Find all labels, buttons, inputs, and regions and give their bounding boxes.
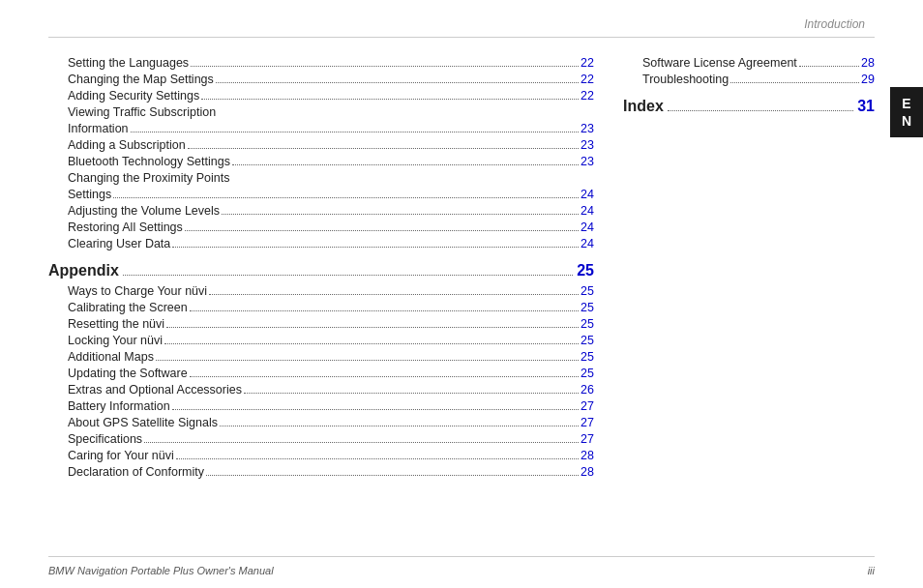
toc-text: Bluetooth Technology Settings <box>68 155 230 168</box>
list-item: Adding a Subscription 23 <box>48 138 594 152</box>
toc-text: Restoring All Settings <box>68 220 183 234</box>
en-tab-e: E <box>902 96 910 111</box>
toc-page[interactable]: 29 <box>861 73 875 86</box>
toc-page[interactable]: 25 <box>581 350 594 364</box>
toc-dots <box>201 99 579 100</box>
toc-page[interactable]: 23 <box>581 122 594 135</box>
top-rule <box>48 37 875 38</box>
section-dots <box>668 110 853 111</box>
en-tab-n: N <box>902 113 911 129</box>
toc-dots <box>156 360 579 361</box>
toc-dots <box>216 82 579 83</box>
list-item: Clearing User Data 24 <box>48 237 594 250</box>
toc-page[interactable]: 24 <box>581 204 594 218</box>
toc-dots <box>206 475 579 476</box>
toc-page[interactable]: 25 <box>581 301 594 314</box>
page: Introduction E N Setting the Languages 2… <box>0 0 923 588</box>
header-title: Introduction <box>804 17 865 31</box>
toc-text: Changing the Proximity Points <box>68 171 229 185</box>
toc-page[interactable]: 25 <box>581 317 594 331</box>
toc-page[interactable]: 25 <box>581 334 594 347</box>
toc-text: Additional Maps <box>68 350 154 364</box>
list-item: Updating the Software 25 <box>48 367 594 380</box>
toc-page[interactable]: 28 <box>581 465 594 479</box>
list-item: Changing the Proximity Points <box>48 171 594 185</box>
toc-text: Troubleshooting <box>642 73 729 86</box>
toc-text: About GPS Satellite Signals <box>68 416 218 429</box>
toc-text: Adding Security Settings <box>68 89 199 103</box>
toc-page[interactable]: 24 <box>581 188 594 201</box>
toc-text: Calibrating the Screen <box>68 301 188 314</box>
toc-text: Changing the Map Settings <box>68 73 214 86</box>
toc-page[interactable]: 26 <box>581 383 594 397</box>
toc-dots <box>166 327 579 328</box>
toc-dots <box>190 376 579 377</box>
toc-text: Battery Information <box>68 399 170 413</box>
footer-manual-title: BMW Navigation Portable Plus Owner's Man… <box>48 565 274 576</box>
list-item: About GPS Satellite Signals 27 <box>48 416 594 429</box>
toc-page[interactable]: 25 <box>581 284 594 298</box>
toc-page[interactable]: 23 <box>581 155 594 168</box>
toc-dots <box>131 132 580 132</box>
toc-text: Locking Your nüvi <box>68 334 163 347</box>
toc-page[interactable]: 25 <box>581 367 594 380</box>
toc-dots <box>185 230 579 231</box>
toc-page[interactable]: 27 <box>581 416 594 429</box>
toc-dots <box>730 82 859 83</box>
toc-content: Setting the Languages 22 Changing the Ma… <box>48 46 875 549</box>
toc-page[interactable]: 28 <box>861 56 875 70</box>
toc-dots <box>232 164 579 165</box>
bottom-rule <box>48 556 875 557</box>
toc-page[interactable]: 23 <box>581 138 594 152</box>
list-item: Viewing Traffic Subscription <box>48 105 594 119</box>
toc-page[interactable]: 22 <box>581 56 594 70</box>
toc-page[interactable]: 24 <box>581 220 594 234</box>
section-dots <box>123 275 573 276</box>
toc-dots <box>113 197 579 198</box>
toc-text: Setting the Languages <box>68 56 189 70</box>
list-item: Locking Your nüvi 25 <box>48 334 594 347</box>
list-item: Restoring All Settings 24 <box>48 220 594 234</box>
list-item: Setting the Languages 22 <box>48 56 594 70</box>
appendix-page[interactable]: 25 <box>577 262 594 279</box>
list-item: Declaration of Conformity 28 <box>48 465 594 479</box>
toc-dots <box>188 148 579 149</box>
toc-text: Ways to Charge Your nüvi <box>68 284 207 298</box>
toc-dots <box>799 66 859 67</box>
toc-dots <box>172 247 579 248</box>
list-item: Resetting the nüvi 25 <box>48 317 594 331</box>
index-section-header: Index 31 <box>623 98 875 115</box>
toc-text: Software License Agreement <box>642 56 797 70</box>
list-item: Additional Maps 25 <box>48 350 594 364</box>
list-item: Bluetooth Technology Settings 23 <box>48 155 594 168</box>
language-tab: E N <box>890 87 923 137</box>
toc-dots <box>176 458 579 459</box>
list-item: Extras and Optional Accessories 26 <box>48 383 594 397</box>
toc-text: Adding a Subscription <box>68 138 186 152</box>
left-column: Setting the Languages 22 Changing the Ma… <box>48 46 594 549</box>
list-item: Adjusting the Volume Levels 24 <box>48 204 594 218</box>
page-footer: BMW Navigation Portable Plus Owner's Man… <box>48 565 875 576</box>
toc-page[interactable]: 22 <box>581 89 594 103</box>
toc-page[interactable]: 22 <box>581 73 594 86</box>
toc-dots <box>209 294 579 295</box>
toc-page[interactable]: 27 <box>581 399 594 413</box>
list-item: Calibrating the Screen 25 <box>48 301 594 314</box>
index-page[interactable]: 31 <box>857 98 875 115</box>
list-item: Specifications 27 <box>48 432 594 446</box>
toc-text: Extras and Optional Accessories <box>68 383 242 397</box>
list-item: Battery Information 27 <box>48 399 594 413</box>
list-item: Caring for Your nüvi 28 <box>48 449 594 462</box>
list-item: Software License Agreement 28 <box>623 56 875 70</box>
page-header: Introduction <box>804 17 865 31</box>
toc-page[interactable]: 28 <box>581 449 594 462</box>
toc-text: Information <box>68 122 129 135</box>
toc-text: Viewing Traffic Subscription <box>68 105 216 119</box>
toc-text: Updating the Software <box>68 367 188 380</box>
toc-text: Adjusting the Volume Levels <box>68 204 220 218</box>
toc-page[interactable]: 24 <box>581 237 594 250</box>
right-column: Software License Agreement 28 Troublesho… <box>623 46 875 549</box>
list-item: Information 23 <box>48 122 594 135</box>
toc-dots <box>190 310 579 311</box>
toc-page[interactable]: 27 <box>581 432 594 446</box>
